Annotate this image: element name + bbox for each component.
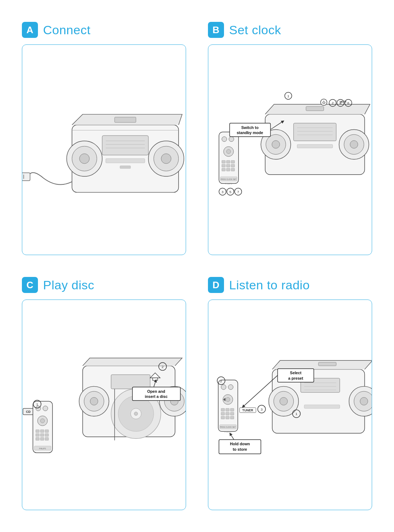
svg-rect-47 <box>306 106 324 111</box>
svg-rect-11 <box>106 159 145 163</box>
svg-rect-86 <box>36 438 39 441</box>
badge-D: D <box>208 277 224 293</box>
svg-text:PROG CLOCK SET: PROG CLOCK SET <box>221 179 236 180</box>
section-C-header: C Play disc <box>22 277 186 293</box>
svg-text:2: 2 <box>162 365 163 369</box>
section-D: D Listen to radio <box>208 277 372 510</box>
title-C: Play disc <box>43 278 94 292</box>
svg-rect-123 <box>221 412 225 415</box>
svg-rect-125 <box>230 412 234 415</box>
svg-point-41 <box>350 141 358 148</box>
svg-text:insert a disc: insert a disc <box>145 394 168 399</box>
svg-rect-27 <box>227 164 230 167</box>
svg-point-118 <box>226 398 230 402</box>
section-D-header: D Listen to radio <box>208 277 372 293</box>
svg-rect-26 <box>222 164 225 167</box>
svg-text:Hold down: Hold down <box>230 442 250 446</box>
svg-text:1: 1 <box>287 94 289 98</box>
svg-text:a preset: a preset <box>288 376 303 380</box>
svg-rect-14 <box>115 117 136 122</box>
badge-A: A <box>22 22 38 38</box>
svg-rect-46 <box>297 144 332 148</box>
svg-text:3: 3 <box>260 407 262 411</box>
svg-rect-25 <box>231 160 235 163</box>
svg-point-79 <box>40 419 45 423</box>
svg-rect-29 <box>222 168 225 171</box>
svg-rect-98 <box>111 375 150 389</box>
svg-rect-122 <box>230 408 234 411</box>
svg-rect-146 <box>318 362 336 366</box>
svg-text:1: 1 <box>36 402 38 406</box>
svg-point-22 <box>227 149 231 154</box>
svg-text:7: 7 <box>237 190 239 194</box>
svg-rect-120 <box>221 408 225 411</box>
svg-text:1: 1 <box>296 412 297 416</box>
svg-point-19 <box>222 137 227 142</box>
svg-rect-87 <box>40 438 44 441</box>
svg-rect-84 <box>40 434 44 437</box>
svg-rect-82 <box>45 430 49 433</box>
svg-rect-24 <box>227 160 230 163</box>
svg-text:3: 3 <box>221 190 223 194</box>
title-B: Set clock <box>229 23 281 37</box>
box-A <box>22 44 186 255</box>
svg-point-20 <box>229 137 234 142</box>
svg-text:to store: to store <box>233 447 247 451</box>
svg-text:4: 4 <box>340 101 342 105</box>
svg-rect-145 <box>304 405 340 408</box>
svg-point-77 <box>43 406 48 411</box>
svg-point-140 <box>360 398 368 405</box>
svg-rect-31 <box>231 168 235 171</box>
svg-rect-127 <box>226 416 229 419</box>
svg-rect-121 <box>226 408 229 411</box>
svg-text:CD: CD <box>26 410 31 414</box>
svg-rect-85 <box>45 434 49 437</box>
box-D: PROG CLOCK SET PHILIPS TUNER <box>208 300 372 510</box>
svg-rect-124 <box>226 412 229 415</box>
svg-text:standby mode: standby mode <box>237 130 263 135</box>
section-A-header: A Connect <box>22 22 186 38</box>
svg-point-6 <box>161 154 171 164</box>
svg-text:PHILIPS: PHILIPS <box>39 448 46 450</box>
svg-rect-81 <box>40 430 44 433</box>
svg-rect-126 <box>221 416 225 419</box>
svg-text:PROG CLOCK SET: PROG CLOCK SET <box>220 426 236 428</box>
svg-text:2: 2 <box>332 101 333 105</box>
svg-text:5: 5 <box>229 190 231 194</box>
svg-rect-128 <box>230 416 234 419</box>
title-A: Connect <box>43 23 90 37</box>
svg-point-137 <box>280 398 287 405</box>
title-D: Listen to radio <box>229 278 310 292</box>
svg-rect-28 <box>231 164 235 167</box>
section-C: C Play disc CD <box>22 277 186 510</box>
svg-rect-12 <box>120 166 131 169</box>
svg-rect-42 <box>294 123 336 141</box>
svg-point-3 <box>80 154 89 164</box>
svg-text:PHILIPS: PHILIPS <box>224 431 231 433</box>
svg-point-102 <box>134 412 138 415</box>
badge-C: C <box>22 277 38 293</box>
svg-text:Select: Select <box>290 371 302 375</box>
svg-point-94 <box>90 398 98 405</box>
svg-rect-107 <box>152 378 158 380</box>
svg-rect-88 <box>45 438 49 441</box>
svg-rect-80 <box>36 430 39 433</box>
section-B: B Set clock <box>208 22 372 255</box>
svg-text:Open and: Open and <box>147 389 165 394</box>
section-A: A Connect <box>22 22 186 255</box>
svg-point-38 <box>272 141 279 148</box>
svg-text:2: 2 <box>220 379 222 383</box>
svg-line-154 <box>230 434 234 440</box>
page: A Connect <box>0 0 394 532</box>
box-C: CD <box>22 300 186 510</box>
svg-point-115 <box>221 384 226 390</box>
badge-B: B <box>208 22 224 38</box>
svg-text:⏻: ⏻ <box>322 101 325 104</box>
section-B-header: B Set clock <box>208 22 372 38</box>
svg-text:PHILIPS: PHILIPS <box>225 183 232 185</box>
svg-text:6: 6 <box>347 101 349 105</box>
svg-text:TUNER: TUNER <box>242 409 254 412</box>
svg-rect-7 <box>102 136 148 155</box>
svg-rect-30 <box>227 168 230 171</box>
svg-text:Switch to: Switch to <box>241 125 259 130</box>
